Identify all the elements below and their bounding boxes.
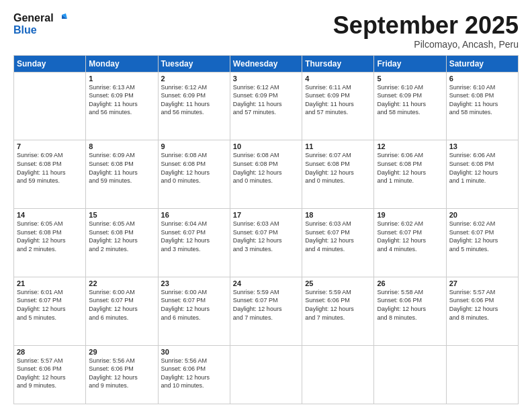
day-number: 18 xyxy=(305,211,371,219)
day-info: Sunrise: 5:59 AM Sunset: 6:06 PM Dayligh… xyxy=(305,288,371,322)
day-info: Sunrise: 6:02 AM Sunset: 6:07 PM Dayligh… xyxy=(449,220,515,253)
day-number: 24 xyxy=(233,279,299,287)
calendar-day: 22Sunrise: 6:00 AM Sunset: 6:07 PM Dayli… xyxy=(86,277,158,345)
day-number: 9 xyxy=(161,142,227,150)
day-info: Sunrise: 6:10 AM Sunset: 6:08 PM Dayligh… xyxy=(449,83,515,117)
day-number: 8 xyxy=(89,142,154,150)
day-info: Sunrise: 6:09 AM Sunset: 6:08 PM Dayligh… xyxy=(17,151,83,185)
header: General Blue September 2025 Pilcomayo, A… xyxy=(13,12,519,50)
day-number: 13 xyxy=(449,142,515,150)
day-number: 11 xyxy=(305,142,371,150)
day-number: 3 xyxy=(233,75,299,83)
day-info: Sunrise: 6:08 AM Sunset: 6:08 PM Dayligh… xyxy=(161,151,227,185)
day-number: 6 xyxy=(449,75,515,83)
day-info: Sunrise: 6:08 AM Sunset: 6:08 PM Dayligh… xyxy=(233,151,299,185)
day-number: 16 xyxy=(161,211,227,219)
day-number: 4 xyxy=(305,75,371,83)
calendar-day: 4Sunrise: 6:11 AM Sunset: 6:09 PM Daylig… xyxy=(302,72,374,140)
empty-day xyxy=(14,72,86,140)
day-number: 5 xyxy=(377,75,443,83)
day-info: Sunrise: 6:00 AM Sunset: 6:07 PM Dayligh… xyxy=(161,288,227,322)
logo: General Blue xyxy=(13,12,67,37)
calendar-day: 23Sunrise: 6:00 AM Sunset: 6:07 PM Dayli… xyxy=(158,277,230,345)
logo-bird-icon xyxy=(55,12,67,24)
day-info: Sunrise: 6:02 AM Sunset: 6:07 PM Dayligh… xyxy=(377,220,443,253)
calendar-day: 20Sunrise: 6:02 AM Sunset: 6:07 PM Dayli… xyxy=(446,209,518,277)
calendar-day: 10Sunrise: 6:08 AM Sunset: 6:08 PM Dayli… xyxy=(230,140,302,209)
day-info: Sunrise: 6:04 AM Sunset: 6:07 PM Dayligh… xyxy=(161,220,227,253)
weekday-header: Sunday xyxy=(14,55,86,72)
day-number: 14 xyxy=(17,211,83,219)
subtitle: Pilcomayo, Ancash, Peru xyxy=(333,39,519,50)
day-info: Sunrise: 6:11 AM Sunset: 6:09 PM Dayligh… xyxy=(305,83,371,117)
title-block: September 2025 Pilcomayo, Ancash, Peru xyxy=(333,12,519,50)
day-info: Sunrise: 6:12 AM Sunset: 6:09 PM Dayligh… xyxy=(233,83,299,117)
day-number: 25 xyxy=(305,279,371,287)
weekday-header: Thursday xyxy=(302,55,374,72)
day-number: 26 xyxy=(377,279,443,287)
day-number: 7 xyxy=(17,142,83,150)
day-number: 17 xyxy=(233,211,299,219)
weekday-header: Tuesday xyxy=(158,55,230,72)
weekday-header: Monday xyxy=(86,55,158,72)
calendar-day: 1Sunrise: 6:13 AM Sunset: 6:09 PM Daylig… xyxy=(86,72,158,140)
day-info: Sunrise: 6:05 AM Sunset: 6:08 PM Dayligh… xyxy=(17,220,83,253)
day-number: 21 xyxy=(17,279,83,287)
logo-text-blue: Blue xyxy=(13,24,37,36)
empty-day xyxy=(230,345,302,404)
calendar-day: 19Sunrise: 6:02 AM Sunset: 6:07 PM Dayli… xyxy=(374,209,446,277)
calendar-day: 11Sunrise: 6:07 AM Sunset: 6:08 PM Dayli… xyxy=(302,140,374,209)
day-number: 28 xyxy=(17,348,83,356)
day-number: 22 xyxy=(89,279,154,287)
calendar-day: 25Sunrise: 5:59 AM Sunset: 6:06 PM Dayli… xyxy=(302,277,374,345)
calendar-day: 3Sunrise: 6:12 AM Sunset: 6:09 PM Daylig… xyxy=(230,72,302,140)
day-number: 12 xyxy=(377,142,443,150)
calendar-day: 28Sunrise: 5:57 AM Sunset: 6:06 PM Dayli… xyxy=(14,345,86,404)
day-info: Sunrise: 6:07 AM Sunset: 6:08 PM Dayligh… xyxy=(305,151,371,185)
day-info: Sunrise: 5:57 AM Sunset: 6:06 PM Dayligh… xyxy=(449,288,515,322)
calendar-day: 7Sunrise: 6:09 AM Sunset: 6:08 PM Daylig… xyxy=(14,140,86,209)
day-info: Sunrise: 6:06 AM Sunset: 6:08 PM Dayligh… xyxy=(377,151,443,185)
calendar-day: 8Sunrise: 6:09 AM Sunset: 6:08 PM Daylig… xyxy=(86,140,158,209)
calendar-day: 27Sunrise: 5:57 AM Sunset: 6:06 PM Dayli… xyxy=(446,277,518,345)
day-number: 20 xyxy=(449,211,515,219)
month-title: September 2025 xyxy=(333,12,519,39)
calendar-day: 21Sunrise: 6:01 AM Sunset: 6:07 PM Dayli… xyxy=(14,277,86,345)
day-info: Sunrise: 6:03 AM Sunset: 6:07 PM Dayligh… xyxy=(233,220,299,253)
calendar-day: 13Sunrise: 6:06 AM Sunset: 6:08 PM Dayli… xyxy=(446,140,518,209)
day-info: Sunrise: 5:56 AM Sunset: 6:06 PM Dayligh… xyxy=(89,357,154,390)
day-info: Sunrise: 5:56 AM Sunset: 6:06 PM Dayligh… xyxy=(161,357,227,390)
day-number: 10 xyxy=(233,142,299,150)
day-number: 23 xyxy=(161,279,227,287)
calendar-day: 26Sunrise: 5:58 AM Sunset: 6:06 PM Dayli… xyxy=(374,277,446,345)
day-info: Sunrise: 5:59 AM Sunset: 6:07 PM Dayligh… xyxy=(233,288,299,322)
calendar-day: 14Sunrise: 6:05 AM Sunset: 6:08 PM Dayli… xyxy=(14,209,86,277)
calendar-day: 6Sunrise: 6:10 AM Sunset: 6:08 PM Daylig… xyxy=(446,72,518,140)
day-info: Sunrise: 6:13 AM Sunset: 6:09 PM Dayligh… xyxy=(89,83,154,117)
day-info: Sunrise: 6:09 AM Sunset: 6:08 PM Dayligh… xyxy=(89,151,154,185)
day-info: Sunrise: 5:57 AM Sunset: 6:06 PM Dayligh… xyxy=(17,357,83,390)
empty-day xyxy=(446,345,518,404)
day-info: Sunrise: 6:06 AM Sunset: 6:08 PM Dayligh… xyxy=(449,151,515,185)
weekday-header: Wednesday xyxy=(230,55,302,72)
day-number: 29 xyxy=(89,348,154,356)
empty-day xyxy=(302,345,374,404)
calendar-day: 5Sunrise: 6:10 AM Sunset: 6:09 PM Daylig… xyxy=(374,72,446,140)
day-info: Sunrise: 6:00 AM Sunset: 6:07 PM Dayligh… xyxy=(89,288,154,322)
calendar-day: 2Sunrise: 6:12 AM Sunset: 6:09 PM Daylig… xyxy=(158,72,230,140)
calendar-day: 16Sunrise: 6:04 AM Sunset: 6:07 PM Dayli… xyxy=(158,209,230,277)
day-number: 2 xyxy=(161,75,227,83)
calendar-day: 29Sunrise: 5:56 AM Sunset: 6:06 PM Dayli… xyxy=(86,345,158,404)
calendar-day: 9Sunrise: 6:08 AM Sunset: 6:08 PM Daylig… xyxy=(158,140,230,209)
logo-text-general: General xyxy=(13,12,54,24)
calendar-table: SundayMondayTuesdayWednesdayThursdayFrid… xyxy=(13,55,519,404)
day-info: Sunrise: 6:05 AM Sunset: 6:08 PM Dayligh… xyxy=(89,220,154,253)
day-info: Sunrise: 6:10 AM Sunset: 6:09 PM Dayligh… xyxy=(377,83,443,117)
empty-day xyxy=(374,345,446,404)
calendar-day: 24Sunrise: 5:59 AM Sunset: 6:07 PM Dayli… xyxy=(230,277,302,345)
calendar-day: 18Sunrise: 6:03 AM Sunset: 6:07 PM Dayli… xyxy=(302,209,374,277)
page: General Blue September 2025 Pilcomayo, A… xyxy=(0,0,532,411)
day-info: Sunrise: 6:03 AM Sunset: 6:07 PM Dayligh… xyxy=(305,220,371,253)
day-info: Sunrise: 6:01 AM Sunset: 6:07 PM Dayligh… xyxy=(17,288,83,322)
weekday-header: Friday xyxy=(374,55,446,72)
